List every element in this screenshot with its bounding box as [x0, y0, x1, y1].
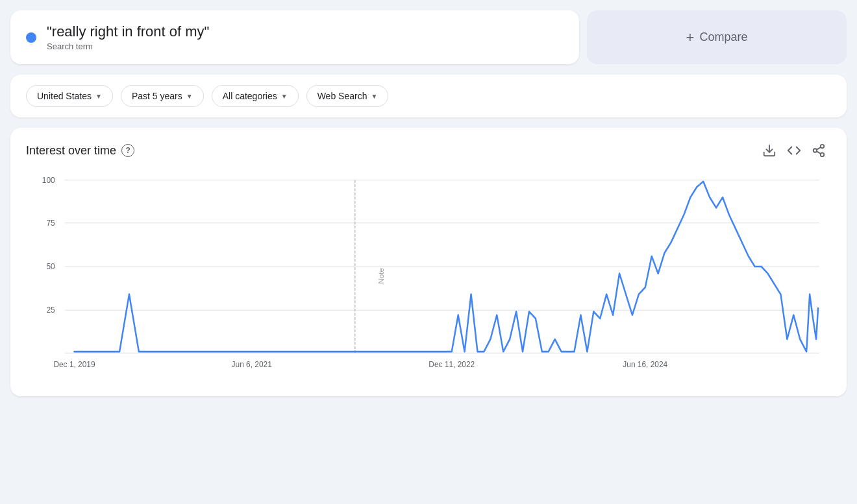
search-term-dot — [26, 32, 36, 43]
share-button[interactable] — [812, 143, 826, 158]
category-filter-arrow: ▼ — [281, 93, 288, 100]
compare-plus-icon: + — [686, 29, 695, 46]
time-period-filter-arrow: ▼ — [186, 93, 193, 100]
embed-button[interactable] — [787, 143, 801, 158]
svg-text:Note: Note — [378, 268, 386, 284]
category-filter-label: All categories — [223, 91, 277, 101]
filters-bar: United States ▼ Past 5 years ▼ All categ… — [10, 75, 847, 117]
svg-text:100: 100 — [42, 176, 55, 185]
search-term-card: "really right in front of my" Search ter… — [10, 10, 579, 64]
chart-container: 100 75 50 25 Note Dec 1, 2019 Jun 6, 202… — [26, 173, 826, 381]
svg-text:50: 50 — [46, 262, 55, 271]
svg-line-5 — [817, 147, 821, 150]
top-section: "really right in front of my" Search ter… — [10, 10, 847, 64]
svg-text:Jun 16, 2024: Jun 16, 2024 — [623, 359, 667, 368]
interest-over-time-chart: 100 75 50 25 Note Dec 1, 2019 Jun 6, 202… — [26, 173, 826, 381]
location-filter[interactable]: United States ▼ — [26, 85, 113, 107]
svg-line-4 — [817, 151, 821, 154]
chart-title: Interest over time — [26, 144, 116, 158]
chart-actions — [762, 143, 826, 158]
search-term-text: "really right in front of my" Search ter… — [47, 23, 209, 51]
time-period-filter[interactable]: Past 5 years ▼ — [121, 85, 204, 107]
svg-text:25: 25 — [46, 306, 55, 315]
download-button[interactable] — [762, 143, 776, 158]
svg-text:Dec 1, 2019: Dec 1, 2019 — [53, 359, 95, 368]
search-type-filter[interactable]: Web Search ▼ — [306, 85, 389, 107]
svg-text:Jun 6, 2021: Jun 6, 2021 — [232, 359, 272, 368]
time-period-filter-label: Past 5 years — [132, 91, 182, 101]
compare-card[interactable]: + Compare — [587, 10, 847, 64]
svg-text:75: 75 — [46, 219, 55, 228]
search-term-label: Search term — [47, 42, 209, 51]
svg-text:Dec 11, 2022: Dec 11, 2022 — [429, 359, 475, 368]
chart-title-group: Interest over time ? — [26, 144, 134, 158]
location-filter-label: United States — [37, 91, 92, 101]
help-icon[interactable]: ? — [121, 144, 134, 157]
chart-header: Interest over time ? — [26, 143, 826, 158]
search-type-filter-arrow: ▼ — [371, 93, 377, 100]
compare-label: Compare — [699, 30, 747, 44]
search-type-filter-label: Web Search — [317, 91, 367, 101]
search-term-value: "really right in front of my" — [47, 23, 209, 40]
chart-card: Interest over time ? — [10, 128, 847, 396]
location-filter-arrow: ▼ — [95, 93, 102, 100]
category-filter[interactable]: All categories ▼ — [212, 85, 299, 107]
